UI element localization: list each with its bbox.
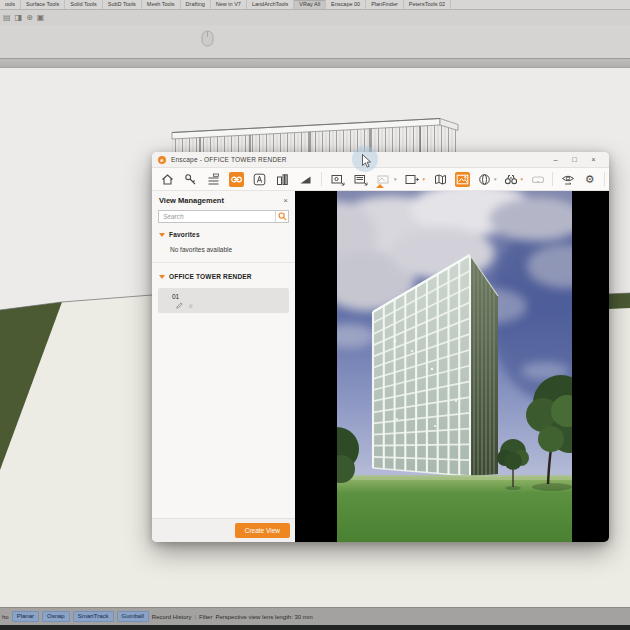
orbit-sphere-icon[interactable]: [477, 172, 492, 187]
copy-layout-icon[interactable]: ▤: [3, 14, 11, 22]
cursor-highlight: [352, 146, 378, 172]
section-collapse-icon[interactable]: [159, 233, 165, 237]
tab-tools-cut[interactable]: ools: [0, 0, 21, 9]
view-management-panel: View Management × Favorites No favorites…: [152, 191, 295, 542]
settings-gear-icon[interactable]: ⚙: [582, 172, 597, 187]
favorites-empty-text: No favorites available: [152, 241, 295, 260]
asset-library-icon[interactable]: [252, 172, 267, 187]
taskbar-strip: [0, 625, 630, 630]
view-info-text: Perspective view lens length: 30 mm: [215, 614, 312, 620]
view-management-icon[interactable]: [229, 172, 244, 187]
enscape-toolbar: ▾ ▾ ▾: [152, 168, 609, 191]
panel-title: View Management: [159, 196, 224, 205]
favorite-star-icon[interactable]: ☆: [188, 303, 193, 309]
collapse-toolbar-chevron-icon[interactable]: [376, 184, 384, 188]
project-section-header[interactable]: OFFICE TOWER RENDER: [152, 265, 295, 283]
mouse-indicator-icon: [201, 30, 214, 47]
render-image: [337, 191, 572, 542]
search-icon[interactable]: [275, 211, 288, 222]
close-button[interactable]: ×: [584, 152, 603, 167]
material-building-icon[interactable]: [275, 172, 290, 187]
tab-surface-tools[interactable]: Surface Tools: [21, 0, 65, 9]
vr-headset-icon: [530, 172, 545, 187]
tab-landarchtools[interactable]: LandArchTools: [247, 0, 294, 9]
record-history-toggle[interactable]: Record History: [152, 614, 192, 620]
enscape-logo-icon: e: [158, 156, 166, 164]
ramp-tool-icon[interactable]: [298, 172, 313, 187]
tab-new-in-v7[interactable]: New in V7: [211, 0, 247, 9]
status-bar: ho Planar Osnap SmartTrack Gumball Recor…: [0, 607, 630, 625]
tab-enscape-00[interactable]: Enscape 00: [326, 0, 366, 9]
tab-solid-tools[interactable]: Solid Tools: [65, 0, 103, 9]
walkthrough-caret-icon[interactable]: ▾: [521, 176, 524, 182]
search-input[interactable]: [159, 211, 275, 222]
ortho-toggle-cut[interactable]: ho: [2, 614, 9, 620]
mini-map-icon[interactable]: [433, 172, 448, 187]
view-item-01[interactable]: 01 ☆: [158, 288, 289, 313]
tab-subd-tools[interactable]: SubD Tools: [103, 0, 142, 9]
planar-toggle[interactable]: Planar: [12, 611, 39, 622]
toolbar-separator: [604, 172, 605, 186]
search-box: [158, 210, 289, 223]
mouse-cursor-icon: [362, 154, 372, 168]
screenshot-export-icon[interactable]: [330, 172, 345, 187]
walkthrough-binoculars-icon[interactable]: [504, 172, 519, 187]
command-area[interactable]: [0, 25, 630, 58]
split-view-icon[interactable]: ◨: [15, 14, 23, 22]
filter-toggle[interactable]: Filter: [199, 614, 212, 620]
window-title: Enscape - OFFICE TOWER RENDER: [171, 156, 287, 163]
gumball-toggle[interactable]: Gumball: [117, 611, 149, 622]
key-icon[interactable]: [183, 172, 198, 187]
orbit-caret-icon[interactable]: ▾: [494, 176, 497, 182]
tab-mesh-tools[interactable]: Mesh Tools: [142, 0, 181, 9]
toolbar-separator: [321, 172, 322, 186]
enscape-window: e Enscape - OFFICE TOWER RENDER – □ ×: [152, 152, 609, 542]
wireframe-tower-top: [160, 106, 470, 156]
maximize-button[interactable]: □: [565, 152, 584, 167]
home-icon[interactable]: [160, 172, 175, 187]
smarttrack-toggle[interactable]: SmartTrack: [73, 611, 114, 622]
batch-render-icon[interactable]: [353, 172, 368, 187]
panel-close-icon[interactable]: ×: [283, 197, 288, 205]
osnap-toggle[interactable]: Osnap: [42, 611, 70, 622]
tab-vray-all[interactable]: VRay All: [294, 0, 326, 9]
bim-info-icon[interactable]: [206, 172, 221, 187]
status-separator: |: [195, 614, 197, 620]
tab-drafting[interactable]: Drafting: [181, 0, 211, 9]
render-view-icon[interactable]: [455, 172, 470, 187]
create-view-button[interactable]: Create View: [235, 523, 290, 538]
render-viewport[interactable]: [295, 191, 609, 542]
toolbar-tab-bar: ools Surface Tools Solid Tools SubD Tool…: [0, 0, 630, 10]
toolbar-separator: [552, 172, 553, 186]
enscape-titlebar[interactable]: e Enscape - OFFICE TOWER RENDER – □ ×: [152, 152, 609, 168]
zoom-extents-icon[interactable]: ⊕: [26, 14, 33, 22]
favorites-label: Favorites: [169, 231, 200, 238]
visual-settings-eye-icon[interactable]: [560, 172, 575, 187]
edit-pencil-icon[interactable]: [176, 302, 183, 309]
panel-divider: [0, 58, 630, 68]
panel-footer: Create View: [152, 518, 295, 542]
quick-toolbar-row: ▤ ◨ ⊕ ▣: [0, 10, 630, 25]
export-file-icon[interactable]: [405, 172, 420, 187]
section-collapse-icon[interactable]: [159, 275, 165, 279]
section-divider: [152, 262, 295, 263]
tab-peterstools-02[interactable]: PetersTools 02: [404, 0, 451, 9]
minimize-button[interactable]: –: [546, 152, 565, 167]
panorama-caret-icon: ▾: [394, 176, 397, 182]
favorites-section-header[interactable]: Favorites: [152, 223, 295, 241]
view-item-name: 01: [172, 293, 289, 300]
export-caret-icon[interactable]: ▾: [423, 176, 426, 182]
tab-planfinder[interactable]: PlanFinder: [366, 0, 404, 9]
project-label: OFFICE TOWER RENDER: [169, 273, 252, 280]
bounding-box-icon[interactable]: ▣: [37, 14, 45, 22]
